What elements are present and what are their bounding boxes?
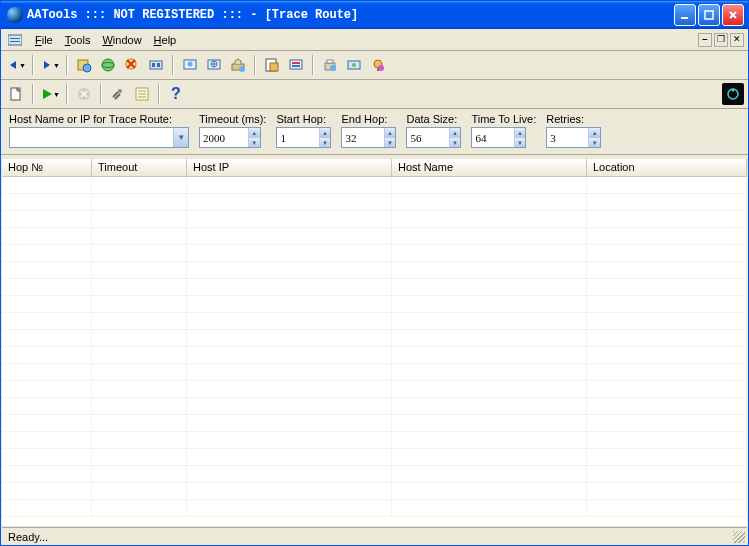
menu-help[interactable]: Help — [148, 32, 183, 48]
dropdown-arrow-icon: ▼ — [53, 62, 60, 69]
spin-down-button[interactable]: ▼ — [248, 138, 260, 147]
svg-point-18 — [239, 66, 245, 72]
mdi-restore-button[interactable]: ❐ — [714, 33, 728, 47]
table-row[interactable] — [2, 296, 747, 313]
svg-rect-2 — [8, 35, 22, 45]
retries-input[interactable] — [547, 128, 588, 147]
table-row[interactable] — [2, 262, 747, 279]
menu-tools[interactable]: Tools — [59, 32, 97, 48]
separator — [66, 84, 68, 104]
retries-spinner[interactable]: ▲▼ — [546, 127, 601, 148]
starthop-label: Start Hop: — [276, 113, 331, 125]
tool-button-9[interactable] — [285, 54, 307, 76]
table-row[interactable] — [2, 194, 747, 211]
host-input[interactable] — [10, 128, 173, 147]
table-row[interactable] — [2, 398, 747, 415]
endhop-input[interactable] — [342, 128, 383, 147]
run-button[interactable]: ▼ — [39, 83, 61, 105]
ttl-spinner[interactable]: ▲▼ — [471, 127, 526, 148]
table-row[interactable] — [2, 432, 747, 449]
settings-button[interactable] — [107, 83, 129, 105]
spin-down-button[interactable]: ▼ — [319, 138, 331, 147]
svg-point-31 — [378, 65, 384, 71]
tool-button-1[interactable] — [73, 54, 95, 76]
new-button[interactable] — [5, 83, 27, 105]
menu-file[interactable]: File — [29, 32, 59, 48]
back-button[interactable]: ▼ — [5, 54, 27, 76]
combo-dropdown-button[interactable]: ▼ — [173, 128, 188, 147]
table-row[interactable] — [2, 466, 747, 483]
col-timeout[interactable]: Timeout — [92, 159, 187, 176]
endhop-spinner[interactable]: ▲▼ — [341, 127, 396, 148]
tool-button-3[interactable] — [121, 54, 143, 76]
spin-up-button[interactable]: ▲ — [514, 128, 526, 138]
spin-up-button[interactable]: ▲ — [588, 128, 600, 138]
table-row[interactable] — [2, 245, 747, 262]
table-row[interactable] — [2, 347, 747, 364]
app-menu-icon[interactable] — [7, 32, 23, 48]
col-hostip[interactable]: Host IP — [187, 159, 392, 176]
tool-button-7[interactable] — [227, 54, 249, 76]
table-row[interactable] — [2, 381, 747, 398]
col-hostname[interactable]: Host Name — [392, 159, 587, 176]
close-button[interactable] — [722, 4, 744, 26]
tool-button-4[interactable] — [145, 54, 167, 76]
toolbar-actions: ▼ ? — [1, 80, 748, 109]
datasize-spinner[interactable]: ▲▼ — [406, 127, 461, 148]
table-row[interactable] — [2, 483, 747, 500]
tool-button-8[interactable] — [261, 54, 283, 76]
ttl-group: Time To Live: ▲▼ — [471, 113, 536, 148]
separator — [172, 55, 174, 75]
tool-button-6[interactable] — [203, 54, 225, 76]
help-button[interactable]: ? — [165, 83, 187, 105]
timeout-spinner[interactable]: ▲▼ — [199, 127, 261, 148]
forward-button[interactable]: ▼ — [39, 54, 61, 76]
col-hop[interactable]: Hop № — [2, 159, 92, 176]
timeout-input[interactable] — [200, 128, 248, 147]
tool-button-10[interactable] — [319, 54, 341, 76]
spin-up-button[interactable]: ▲ — [319, 128, 331, 138]
timeout-label: Timeout (ms): — [199, 113, 266, 125]
table-row[interactable] — [2, 279, 747, 296]
mdi-minimize-button[interactable]: ‒ — [698, 33, 712, 47]
spin-down-button[interactable]: ▼ — [384, 138, 396, 147]
stop-button[interactable] — [73, 83, 95, 105]
tool-button-5[interactable] — [179, 54, 201, 76]
resize-grip[interactable] — [733, 531, 745, 543]
table-row[interactable] — [2, 228, 747, 245]
col-location[interactable]: Location — [587, 159, 747, 176]
results-table: Hop № Timeout Host IP Host Name Location — [2, 159, 747, 526]
table-body[interactable] — [2, 177, 747, 526]
maximize-button[interactable] — [698, 4, 720, 26]
retries-label: Retries: — [546, 113, 601, 125]
host-combo[interactable]: ▼ — [9, 127, 189, 148]
table-row[interactable] — [2, 177, 747, 194]
tool-button-12[interactable] — [367, 54, 389, 76]
datasize-input[interactable] — [407, 128, 448, 147]
starthop-input[interactable] — [277, 128, 318, 147]
spin-down-button[interactable]: ▼ — [588, 138, 600, 147]
tool-button-2[interactable] — [97, 54, 119, 76]
spin-up-button[interactable]: ▲ — [449, 128, 461, 138]
tool-button-11[interactable] — [343, 54, 365, 76]
starthop-spinner[interactable]: ▲▼ — [276, 127, 331, 148]
table-row[interactable] — [2, 330, 747, 347]
table-row[interactable] — [2, 364, 747, 381]
ttl-input[interactable] — [472, 128, 513, 147]
table-row[interactable] — [2, 211, 747, 228]
host-group: Host Name or IP for Trace Route: ▼ — [9, 113, 189, 148]
menu-window[interactable]: Window — [96, 32, 147, 48]
list-button[interactable] — [131, 83, 153, 105]
status-bar: Ready... — [2, 527, 747, 545]
spin-down-button[interactable]: ▼ — [514, 138, 526, 147]
minimize-button[interactable] — [674, 4, 696, 26]
table-row[interactable] — [2, 449, 747, 466]
datasize-group: Data Size: ▲▼ — [406, 113, 461, 148]
mdi-close-button[interactable]: ✕ — [730, 33, 744, 47]
table-row[interactable] — [2, 500, 747, 517]
spin-up-button[interactable]: ▲ — [248, 128, 260, 138]
table-row[interactable] — [2, 313, 747, 330]
spin-down-button[interactable]: ▼ — [449, 138, 461, 147]
table-row[interactable] — [2, 415, 747, 432]
spin-up-button[interactable]: ▲ — [384, 128, 396, 138]
